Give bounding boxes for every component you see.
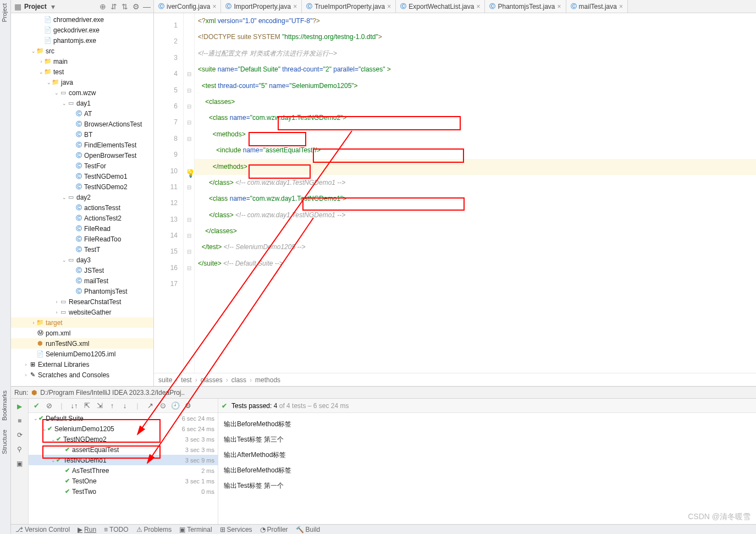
test-row[interactable]: ⌄✔TestNGDemo13 sec 9 ms xyxy=(29,455,218,465)
tree-item[interactable]: ›⊞External Libraries xyxy=(11,359,153,370)
tree-item[interactable]: 📄SeleniumDemo1205.iml xyxy=(11,349,153,359)
tree-item[interactable]: ⒸBrowserActionsTest xyxy=(11,119,153,129)
hide-icon[interactable]: — xyxy=(142,2,151,11)
test-row[interactable]: ⌄✔Default Suite6 sec 24 ms xyxy=(29,413,218,423)
tree-item[interactable]: ⒸTestFor xyxy=(11,161,153,171)
select-opened-icon[interactable]: ⊕ xyxy=(98,2,107,11)
next-icon[interactable]: ↓ xyxy=(119,400,130,411)
expand-all-icon[interactable]: ⇵ xyxy=(109,2,118,11)
gear-icon[interactable]: ⚙ xyxy=(131,2,140,11)
history-icon[interactable]: 🕘 xyxy=(170,400,181,411)
code-editor[interactable]: 1234567891011121314151617 ⊟⊟⊟⊟⊟⊟⊟⊟⊟⊟⊟ <?… xyxy=(154,13,756,373)
editor-tab[interactable]: ⒸTrueImportProperty.java× xyxy=(302,0,396,13)
tree-item[interactable]: ⌄▭day3 xyxy=(11,255,153,265)
bottom-tab-problems[interactable]: ⚠Problems xyxy=(136,526,172,533)
prev-icon[interactable]: ↑ xyxy=(107,400,118,411)
test-tree[interactable]: ⌄✔Default Suite6 sec 24 ms⌄✔SeleniumDemo… xyxy=(29,413,218,524)
editor-tab[interactable]: ⒸImportProperty.java× xyxy=(221,0,302,13)
test-row[interactable]: ✔AsTestThree2 ms xyxy=(29,465,218,476)
bottom-tab-profiler[interactable]: ◔Profiler xyxy=(260,526,288,533)
editor-tab[interactable]: ⒸiverConfig.java× xyxy=(154,0,221,13)
tree-item[interactable]: ›▭ResearChstatTest xyxy=(11,296,153,307)
close-icon[interactable]: × xyxy=(212,3,216,10)
intention-bulb-icon[interactable]: 💡 xyxy=(186,166,195,181)
editor-tab[interactable]: ⒸExportWechatList.java× xyxy=(396,0,485,13)
test-row[interactable]: ✔TestTwo0 ms xyxy=(29,486,218,497)
settings-icon[interactable]: ⚙ xyxy=(183,400,194,411)
tree-item[interactable]: Ⓜpom.xml xyxy=(11,328,153,338)
breadcrumb-item[interactable]: class xyxy=(231,376,246,384)
tree-item[interactable]: ⌄▭day2 xyxy=(11,192,153,202)
close-icon[interactable]: × xyxy=(619,3,623,10)
tree-item[interactable]: ⒸOpenBrowserTest xyxy=(11,150,153,161)
bottom-tab-version-control[interactable]: ⎇Version Control xyxy=(15,526,70,533)
breadcrumb-item[interactable]: methods xyxy=(255,376,280,384)
tree-item[interactable]: ›▭websiteGather xyxy=(11,307,153,317)
test-row[interactable]: ⌄✔SeleniumDemo12056 sec 24 ms xyxy=(29,423,218,434)
tree-item[interactable]: ⒸTestNGDemo1 xyxy=(11,171,153,181)
editor-tab-bar[interactable]: ⒸiverConfig.java×ⒸImportProperty.java×ⒸT… xyxy=(154,0,756,13)
project-tree[interactable]: 📄chromedriver.exe📄geckodriver.exe📄phanto… xyxy=(11,13,153,386)
show-passed-icon[interactable]: ✔ xyxy=(31,400,42,411)
dropdown-icon[interactable]: ▾ xyxy=(49,2,58,11)
toggle-auto-button[interactable]: ⟳ xyxy=(14,430,25,441)
bottom-tool-bar[interactable]: ⎇Version Control▶Run≡TODO⚠Problems▣Termi… xyxy=(11,524,756,534)
stop-button[interactable]: ■ xyxy=(14,415,25,426)
tree-item[interactable]: ⒸJSTest xyxy=(11,265,153,276)
console-output[interactable]: 输出BeforeMethod标签输出Test标签 第三个输出AfterMetho… xyxy=(218,413,756,524)
bottom-tab-todo[interactable]: ≡TODO xyxy=(104,526,128,533)
tree-item[interactable]: ⒸFileReadToo xyxy=(11,234,153,244)
breadcrumb-item[interactable]: classes xyxy=(201,376,223,384)
close-icon[interactable]: × xyxy=(387,3,391,10)
close-icon[interactable]: × xyxy=(558,3,561,10)
tree-item[interactable]: ›✎Scratches and Consoles xyxy=(11,370,153,380)
tree-item[interactable]: 📄geckodriver.exe xyxy=(11,25,153,35)
fold-gutter[interactable]: ⊟⊟⊟⊟⊟⊟⊟⊟⊟⊟⊟ xyxy=(184,13,195,373)
tree-item[interactable]: ⌄▭com.wzw xyxy=(11,87,153,98)
test-row[interactable]: ✔TestOne3 sec 1 ms xyxy=(29,476,218,486)
tree-item[interactable]: ⒸActionsTest2 xyxy=(11,213,153,223)
tree-item[interactable]: ⒸFileRead xyxy=(11,223,153,234)
close-icon[interactable]: × xyxy=(293,3,297,10)
tree-item[interactable]: ›📁main xyxy=(11,56,153,67)
tree-item[interactable]: ⌄▭day1 xyxy=(11,98,153,108)
breadcrumb-item[interactable]: test xyxy=(181,376,191,384)
tree-item[interactable]: ⌄📁src xyxy=(11,46,153,56)
tree-item[interactable]: ⒸAT xyxy=(11,108,153,119)
tree-item[interactable]: ›📁target xyxy=(11,317,153,328)
bottom-tab-run[interactable]: ▶Run xyxy=(78,526,96,533)
editor-breadcrumb[interactable]: suite›test›classes›class›methods xyxy=(154,373,756,386)
tree-item[interactable]: 📄chromedriver.exe xyxy=(11,14,153,25)
tree-item[interactable]: ⌄📁test xyxy=(11,67,153,77)
layout-button[interactable]: ▣ xyxy=(14,458,25,469)
collapse-all-icon[interactable]: ⇅ xyxy=(120,2,129,11)
collapse-icon[interactable]: ⇲ xyxy=(94,400,105,411)
tree-item[interactable]: ⒸPhantomjsTest xyxy=(11,286,153,296)
test-row[interactable]: ✔assertEqualTest3 sec 3 ms xyxy=(29,444,218,455)
test-row[interactable]: ⌄✔TestNGDemo23 sec 3 ms xyxy=(29,434,218,444)
tree-item[interactable]: ⒸTestT xyxy=(11,244,153,255)
tree-item[interactable]: ⌄📁java xyxy=(11,77,153,87)
bottom-tab-terminal[interactable]: ▣Terminal xyxy=(179,526,212,533)
structure-vtab[interactable]: Structure xyxy=(0,425,9,459)
show-ignored-icon[interactable]: ⊘ xyxy=(43,400,54,411)
editor-tab[interactable]: ⒸPhantomjsTest.java× xyxy=(485,0,566,13)
rerun-button[interactable]: ▶ xyxy=(14,401,25,412)
import-icon[interactable]: ⊙ xyxy=(157,400,168,411)
tree-item[interactable]: 📄phantomjs.exe xyxy=(11,35,153,46)
tree-item[interactable]: ⬢runTestNG.xml xyxy=(11,338,153,349)
code-body[interactable]: <?xml version="1.0" encoding="UTF-8"?><!… xyxy=(195,13,756,373)
bottom-tab-services[interactable]: ⊞Services xyxy=(220,526,252,533)
bookmarks-vtab[interactable]: Bookmarks xyxy=(0,386,9,425)
sort-icon[interactable]: ↓↑ xyxy=(69,400,80,411)
tree-item[interactable]: ⒸBT xyxy=(11,129,153,140)
project-vtab[interactable]: Project xyxy=(0,0,9,25)
tree-item[interactable]: ⒸactionsTesst xyxy=(11,202,153,213)
editor-tab[interactable]: ⒸmailTest.java× xyxy=(566,0,628,13)
close-icon[interactable]: × xyxy=(476,3,480,10)
expand-icon[interactable]: ⇱ xyxy=(81,400,92,411)
tree-item[interactable]: ⒸFindElementsTest xyxy=(11,140,153,150)
pin-button[interactable]: ⚲ xyxy=(14,444,25,455)
bottom-tab-build[interactable]: 🔨Build xyxy=(296,526,321,533)
export-icon[interactable]: ↗ xyxy=(145,400,156,411)
